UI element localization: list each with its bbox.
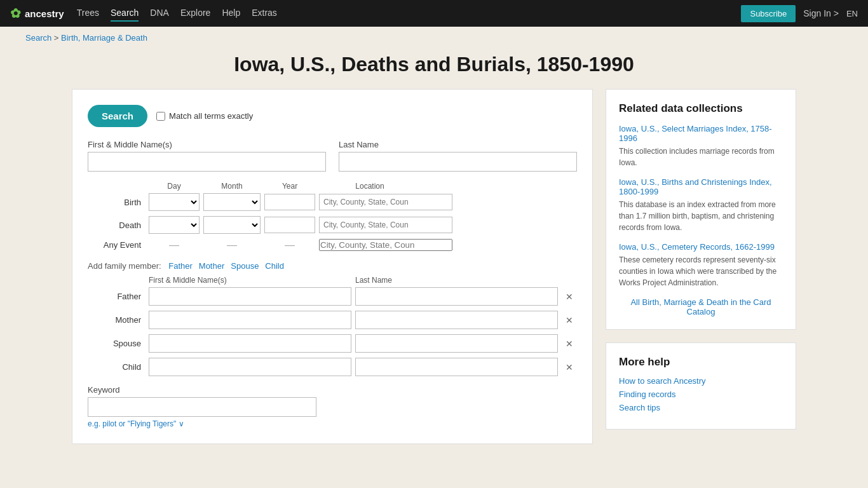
mother-row: Mother ✕ [88, 311, 577, 329]
nav-help[interactable]: Help [222, 5, 240, 22]
father-first-input[interactable] [149, 287, 351, 306]
last-name-label: Last Name [339, 140, 577, 149]
related-link-1[interactable]: Iowa, U.S., Births and Christenings Inde… [619, 177, 783, 196]
fh-remove [562, 276, 577, 285]
mother-label: Mother [88, 315, 145, 325]
related-desc-0: This collection includes marriage record… [619, 146, 783, 168]
nav-links: Trees Search DNA Explore Help Extras [77, 5, 729, 22]
death-year-input[interactable] [264, 217, 315, 233]
search-top: Search Match all terms exactly [88, 105, 577, 127]
empty-header [88, 182, 145, 191]
ancestry-logo-icon: ✿ [10, 6, 21, 21]
signin-link[interactable]: Sign In > [803, 8, 839, 18]
nav-explore[interactable]: Explore [180, 5, 210, 22]
main-layout: Search Match all terms exactly First & M… [53, 89, 815, 444]
birth-day-select[interactable] [149, 193, 200, 211]
more-help-title: More help [619, 356, 783, 369]
name-row: First & Middle Name(s) Last Name [88, 140, 577, 172]
help-link-2[interactable]: Search tips [619, 403, 783, 412]
nav-extras[interactable]: Extras [252, 5, 277, 22]
sidebar: Related data collections Iowa, U.S., Sel… [606, 89, 796, 444]
lang-selector[interactable]: EN [846, 9, 858, 18]
search-button[interactable]: Search [88, 105, 147, 127]
keyword-input[interactable] [88, 397, 316, 417]
breadcrumb: Search > Birth, Marriage & Death [0, 27, 868, 46]
death-location-input[interactable] [319, 217, 452, 233]
father-remove-button[interactable]: ✕ [562, 292, 577, 302]
last-name-group: Last Name [339, 140, 577, 172]
breadcrumb-separator: > [54, 33, 61, 43]
add-spouse-link[interactable]: Spouse [231, 261, 259, 271]
any-event-row: Any Event — — — [88, 239, 577, 251]
mother-last-input[interactable] [355, 311, 558, 329]
any-event-month-dash: — [203, 240, 261, 251]
child-remove-button[interactable]: ✕ [562, 362, 577, 372]
father-row: Father ✕ [88, 287, 577, 306]
death-month-select[interactable] [203, 216, 261, 234]
father-last-input[interactable] [355, 287, 558, 306]
keyword-hint[interactable]: e.g. pilot or "Flying Tigers" ∨ [88, 419, 577, 428]
add-father-link[interactable]: Father [168, 261, 193, 271]
first-name-input[interactable] [88, 152, 326, 172]
match-exact-text: Match all terms exactly [169, 111, 253, 121]
father-label: Father [88, 292, 145, 301]
related-desc-1: This database is an index extracted from… [619, 199, 783, 233]
birth-label: Birth [88, 198, 145, 207]
fh-last: Last Name [355, 276, 558, 285]
fh-empty [88, 276, 145, 285]
add-child-link[interactable]: Child [265, 261, 284, 271]
spouse-row: Spouse ✕ [88, 334, 577, 353]
birth-year-input[interactable] [264, 194, 315, 210]
related-title: Related data collections [619, 102, 783, 115]
breadcrumb-search[interactable]: Search [25, 33, 51, 43]
event-grid: Day Month Year Location Birth Death [88, 182, 577, 251]
page-title: Iowa, U.S., Deaths and Burials, 1850-199… [0, 53, 868, 76]
help-link-0[interactable]: How to search Ancestry [619, 376, 783, 386]
spouse-first-input[interactable] [149, 334, 351, 353]
mother-remove-button[interactable]: ✕ [562, 315, 577, 325]
spouse-remove-button[interactable]: ✕ [562, 339, 577, 349]
related-link-0[interactable]: Iowa, U.S., Select Marriages Index, 1758… [619, 124, 783, 143]
nav-right: Subscribe Sign In > EN [741, 5, 858, 22]
add-family-label-row: Add family member: Father Mother Spouse … [88, 261, 577, 271]
nav-search[interactable]: Search [111, 5, 139, 22]
death-day-select[interactable] [149, 216, 200, 234]
match-exact-checkbox[interactable] [156, 112, 165, 121]
last-name-input[interactable] [339, 152, 577, 172]
nav-trees[interactable]: Trees [77, 5, 99, 22]
help-link-1[interactable]: Finding records [619, 390, 783, 399]
match-exact-label[interactable]: Match all terms exactly [156, 111, 253, 121]
any-event-label: Any Event [88, 240, 145, 250]
family-section: Add family member: Father Mother Spouse … [88, 261, 577, 376]
birth-location-input[interactable] [319, 194, 452, 210]
child-last-input[interactable] [355, 358, 558, 376]
mother-first-input[interactable] [149, 311, 351, 329]
add-family-text: Add family member: [88, 261, 161, 271]
keyword-section: Keyword e.g. pilot or "Flying Tigers" ∨ [88, 385, 577, 428]
month-header: Month [203, 182, 261, 191]
more-help-box: More help How to search Ancestry Finding… [606, 342, 796, 430]
related-link-2[interactable]: Iowa, U.S., Cemetery Records, 1662-1999 [619, 242, 783, 252]
catalog-link[interactable]: All Birth, Marriage & Death in the Card … [619, 297, 783, 316]
subscribe-button[interactable]: Subscribe [741, 5, 796, 22]
logo[interactable]: ✿ ancestry [10, 6, 64, 21]
logo-text: ancestry [25, 8, 64, 19]
death-row: Death [88, 216, 577, 234]
fh-first: First & Middle Name(s) [149, 276, 351, 285]
related-desc-2: These cemetery records represent seventy… [619, 254, 783, 288]
breadcrumb-section[interactable]: Birth, Marriage & Death [61, 33, 147, 43]
location-header: Location [319, 182, 421, 191]
spouse-label: Spouse [88, 339, 145, 348]
event-header-row: Day Month Year Location [88, 182, 577, 191]
child-label: Child [88, 362, 145, 372]
first-name-group: First & Middle Name(s) [88, 140, 326, 172]
spouse-last-input[interactable] [355, 334, 558, 353]
any-event-location-input[interactable] [319, 239, 452, 251]
child-first-input[interactable] [149, 358, 351, 376]
day-header: Day [149, 182, 200, 191]
any-event-day-dash: — [149, 240, 200, 251]
add-mother-link[interactable]: Mother [199, 261, 224, 271]
nav-dna[interactable]: DNA [150, 5, 169, 22]
birth-month-select[interactable] [203, 193, 261, 211]
year-header: Year [264, 182, 315, 191]
